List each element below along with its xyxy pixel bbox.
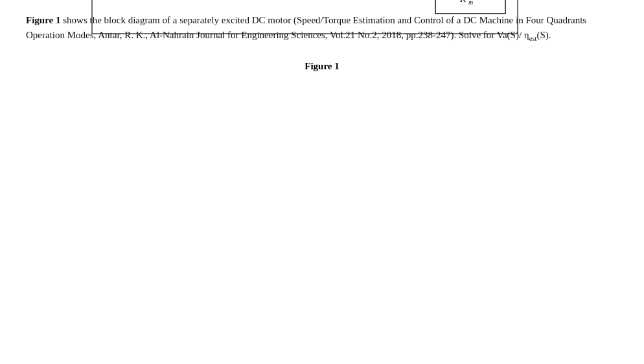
svg-text:m: m (468, 0, 473, 6)
page: Figure 1 shows the block diagram of a se… (0, 0, 644, 364)
block-diagram-clean: V a (s) + 1 ( R a + s L a ) I a−est (43, 0, 601, 64)
diagram: V a (s) + 1 ( R a + s L a ) I a−est (43, 0, 601, 41)
svg-text:K: K (459, 0, 466, 4)
